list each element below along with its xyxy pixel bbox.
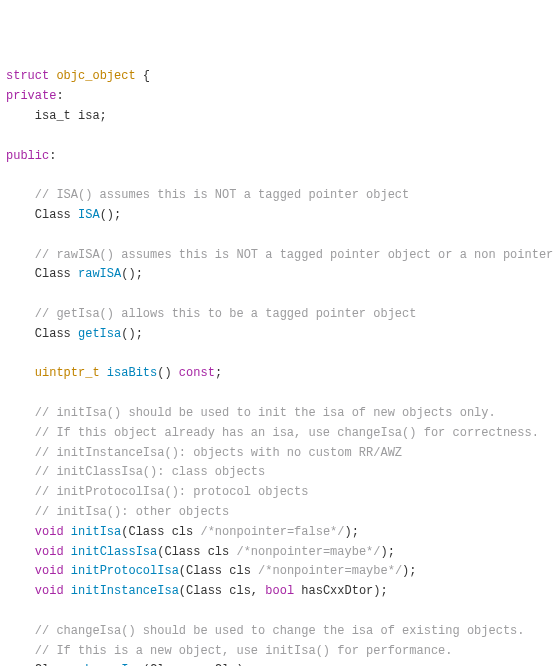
code-line: // changeIsa() should be used to change … bbox=[6, 622, 553, 642]
code-token: (Class cls bbox=[179, 564, 258, 578]
code-token: // If this is a new object, use initIsa(… bbox=[35, 644, 453, 658]
code-line: void initClassIsa(Class cls /*nonpointer… bbox=[6, 543, 553, 563]
code-token: void bbox=[35, 525, 64, 539]
code-token: Class bbox=[6, 327, 78, 341]
code-token bbox=[6, 505, 35, 519]
code-token bbox=[6, 307, 35, 321]
code-token: void bbox=[35, 545, 64, 559]
code-token: // getIsa() allows this to be a tagged p… bbox=[35, 307, 417, 321]
code-line: // initProtocolIsa(): protocol objects bbox=[6, 483, 553, 503]
code-line: // initIsa() should be used to init the … bbox=[6, 404, 553, 424]
code-token: ; bbox=[215, 366, 222, 380]
code-line bbox=[6, 127, 553, 147]
code-token bbox=[6, 584, 35, 598]
code-token bbox=[6, 446, 35, 460]
code-token bbox=[6, 248, 35, 262]
code-line: Class rawISA(); bbox=[6, 265, 553, 285]
code-token: initInstanceIsa bbox=[71, 584, 179, 598]
code-token: Class bbox=[6, 267, 78, 281]
code-token: (Class cls bbox=[121, 525, 200, 539]
code-line: void initIsa(Class cls /*nonpointer=fals… bbox=[6, 523, 553, 543]
code-token bbox=[64, 525, 71, 539]
code-token: // initProtocolIsa(): protocol objects bbox=[35, 485, 309, 499]
code-token: uintptr_t bbox=[35, 366, 100, 380]
code-line: Class getIsa(); bbox=[6, 325, 553, 345]
code-token bbox=[6, 426, 35, 440]
code-line: Class ISA(); bbox=[6, 206, 553, 226]
code-token bbox=[64, 545, 71, 559]
code-token bbox=[6, 545, 35, 559]
code-token: isa_t isa; bbox=[6, 109, 107, 123]
code-line bbox=[6, 384, 553, 404]
code-line: // If this object already has an isa, us… bbox=[6, 424, 553, 444]
code-token: rawISA bbox=[78, 267, 121, 281]
code-token: const bbox=[179, 366, 215, 380]
code-line: Class changeIsa(Class newCls); bbox=[6, 661, 553, 666]
code-line: struct objc_object { bbox=[6, 67, 553, 87]
code-line: // If this is a new object, use initIsa(… bbox=[6, 642, 553, 662]
code-line: // initClassIsa(): class objects bbox=[6, 463, 553, 483]
code-token: (); bbox=[100, 208, 122, 222]
code-line: private: bbox=[6, 87, 553, 107]
code-token: objc_object bbox=[56, 69, 135, 83]
code-line: void initInstanceIsa(Class cls, bool has… bbox=[6, 582, 553, 602]
code-line bbox=[6, 166, 553, 186]
code-token: () bbox=[157, 366, 179, 380]
code-token: (); bbox=[121, 327, 143, 341]
code-token bbox=[6, 624, 35, 638]
code-token: // ISA() assumes this is NOT a tagged po… bbox=[35, 188, 409, 202]
code-line: // rawISA() assumes this is NOT a tagged… bbox=[6, 246, 553, 266]
code-token: initProtocolIsa bbox=[71, 564, 179, 578]
code-line bbox=[6, 226, 553, 246]
code-line: isa_t isa; bbox=[6, 107, 553, 127]
code-token: struct bbox=[6, 69, 49, 83]
code-token: isaBits bbox=[107, 366, 157, 380]
code-line: uintptr_t isaBits() const; bbox=[6, 364, 553, 384]
code-token: ); bbox=[345, 525, 359, 539]
code-token: ); bbox=[402, 564, 416, 578]
code-token bbox=[6, 564, 35, 578]
code-token bbox=[64, 564, 71, 578]
code-token: : bbox=[56, 89, 63, 103]
code-line bbox=[6, 602, 553, 622]
code-token: getIsa bbox=[78, 327, 121, 341]
code-token bbox=[6, 485, 35, 499]
code-token: (Class cls bbox=[157, 545, 236, 559]
code-token bbox=[6, 188, 35, 202]
code-token: /*nonpointer=false*/ bbox=[200, 525, 344, 539]
code-line: public: bbox=[6, 147, 553, 167]
code-token bbox=[6, 406, 35, 420]
code-token bbox=[6, 525, 35, 539]
code-line: // initIsa(): other objects bbox=[6, 503, 553, 523]
code-line bbox=[6, 345, 553, 365]
code-token: (); bbox=[121, 267, 143, 281]
code-line: // getIsa() allows this to be a tagged p… bbox=[6, 305, 553, 325]
code-block: struct objc_object {private: isa_t isa; … bbox=[6, 67, 553, 666]
code-token: /*nonpointer=maybe*/ bbox=[258, 564, 402, 578]
code-line: // initInstanceIsa(): objects with no cu… bbox=[6, 444, 553, 464]
code-token bbox=[6, 465, 35, 479]
code-token: hasCxxDtor); bbox=[294, 584, 388, 598]
code-token: // initIsa(): other objects bbox=[35, 505, 229, 519]
code-token: // changeIsa() should be used to change … bbox=[35, 624, 525, 638]
code-token bbox=[6, 644, 35, 658]
code-token: // initIsa() should be used to init the … bbox=[35, 406, 496, 420]
code-token bbox=[6, 366, 35, 380]
code-token: ISA bbox=[78, 208, 100, 222]
code-token: void bbox=[35, 564, 64, 578]
code-token: ); bbox=[381, 545, 395, 559]
code-token: { bbox=[136, 69, 150, 83]
code-token: initIsa bbox=[71, 525, 121, 539]
code-token: // rawISA() assumes this is NOT a tagged… bbox=[35, 248, 559, 262]
code-token bbox=[100, 366, 107, 380]
code-token: bool bbox=[265, 584, 294, 598]
code-token: (Class cls, bbox=[179, 584, 265, 598]
code-token: // initInstanceIsa(): objects with no cu… bbox=[35, 446, 402, 460]
code-line: void initProtocolIsa(Class cls /*nonpoin… bbox=[6, 562, 553, 582]
code-token: : bbox=[49, 149, 56, 163]
code-token: // initClassIsa(): class objects bbox=[35, 465, 265, 479]
code-line bbox=[6, 285, 553, 305]
code-token bbox=[64, 584, 71, 598]
code-token: public bbox=[6, 149, 49, 163]
code-token: void bbox=[35, 584, 64, 598]
